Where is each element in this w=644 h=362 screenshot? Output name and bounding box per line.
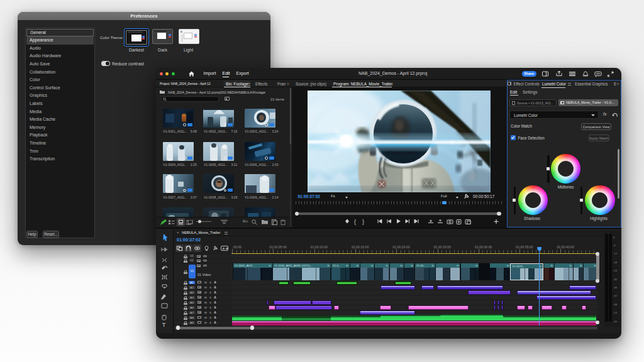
svg-text:{: { — [354, 219, 356, 225]
svg-text:}: } — [362, 219, 364, 225]
svg-text:T: T — [162, 322, 166, 327]
